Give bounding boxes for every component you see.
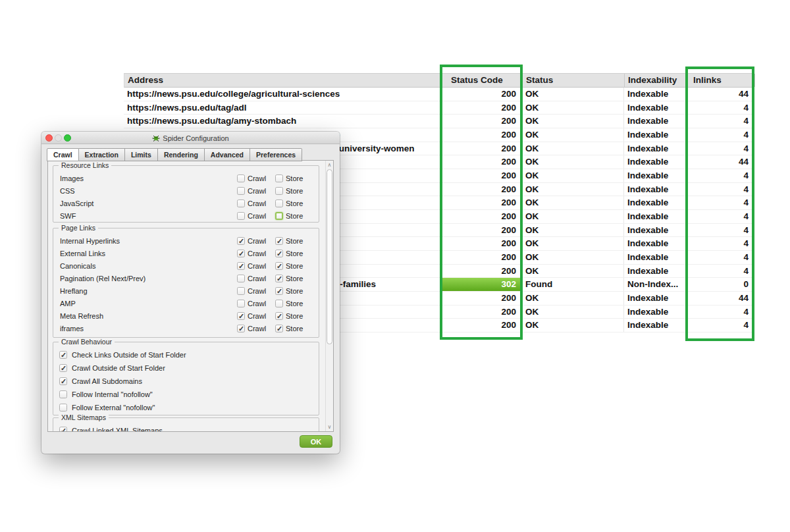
column-header-indexability[interactable]: Indexability xyxy=(625,74,687,87)
column-header-status-code[interactable]: Status Code xyxy=(442,74,523,87)
hreflang-crawl-checkbox[interactable] xyxy=(237,287,245,295)
close-button[interactable] xyxy=(45,134,53,142)
status-code-cell: 200 xyxy=(441,306,522,319)
config-row: JavaScriptCrawlStore xyxy=(60,197,313,209)
inlinks-cell: 4 xyxy=(687,128,754,142)
indexability-cell: Indexable xyxy=(624,292,687,305)
spider-configuration-dialog: Spider Configuration CrawlExtractionLimi… xyxy=(41,132,340,454)
swf-crawl-checkbox[interactable] xyxy=(237,212,245,220)
minimize-button[interactable] xyxy=(55,134,62,142)
tab-limits[interactable]: Limits xyxy=(125,148,158,161)
checkbox-label: Store xyxy=(286,300,303,307)
external-links-store-checkbox[interactable] xyxy=(275,250,283,257)
crawl-all-subdomains-checkbox[interactable] xyxy=(59,377,67,385)
external-links-crawl-checkbox[interactable] xyxy=(237,250,245,257)
checkbox-label: Crawl xyxy=(248,312,266,320)
amp-store-checkbox[interactable] xyxy=(275,300,283,307)
follow-external-nofollow-checkbox[interactable] xyxy=(59,404,67,412)
inlinks-cell: 4 xyxy=(687,237,754,250)
status-code-cell: 200 xyxy=(441,183,522,196)
checkbox-label: Crawl xyxy=(248,212,266,220)
iframes-store-checkbox[interactable] xyxy=(275,325,283,332)
checkbox-label: Crawl xyxy=(248,174,266,182)
section-page-links: Page LinksInternal HyperlinksCrawlStoreE… xyxy=(53,228,319,338)
indexability-cell: Indexable xyxy=(624,88,687,101)
config-row-label: Crawl Linked XML Sitemaps xyxy=(72,427,163,432)
checkbox-label: Store xyxy=(286,200,303,207)
dialog-titlebar[interactable]: Spider Configuration xyxy=(41,132,340,144)
canonicals-crawl-checkbox[interactable] xyxy=(237,262,245,270)
config-row: Follow External "nofollow" xyxy=(59,401,313,414)
indexability-cell: Indexable xyxy=(624,319,687,332)
inlinks-cell: 4 xyxy=(687,115,754,128)
checkbox-label: Store xyxy=(286,237,303,245)
table-row[interactable]: https://news.psu.edu/tag/adl200OKIndexab… xyxy=(124,101,754,115)
crawl-outside-of-start-folder-checkbox[interactable] xyxy=(59,364,67,372)
indexability-cell: Indexable xyxy=(624,101,687,115)
hreflang-store-checkbox[interactable] xyxy=(275,287,283,295)
status-cell: OK xyxy=(522,183,624,196)
check-links-outside-of-start-folder-checkbox[interactable] xyxy=(59,351,67,359)
status-cell: Found xyxy=(522,278,624,291)
css-crawl-checkbox[interactable] xyxy=(237,187,245,195)
tab-extraction[interactable]: Extraction xyxy=(79,148,125,161)
ok-button[interactable]: OK xyxy=(300,435,332,448)
config-row: External LinksCrawlStore xyxy=(60,247,313,259)
indexability-cell: Indexable xyxy=(624,169,687,182)
javascript-crawl-checkbox[interactable] xyxy=(237,200,245,207)
section-crawl-behaviour: Crawl BehaviourCheck Links Outside of St… xyxy=(53,342,319,415)
tab-rendering[interactable]: Rendering xyxy=(158,148,205,161)
section-title: Crawl Behaviour xyxy=(59,338,115,346)
table-header-row: AddressStatus CodeStatusIndexabilityInli… xyxy=(124,73,754,88)
table-row[interactable]: https://news.psu.edu/college/agricultura… xyxy=(124,88,754,101)
meta-refresh-crawl-checkbox[interactable] xyxy=(237,312,245,320)
tab-crawl[interactable]: Crawl xyxy=(47,148,79,161)
inlinks-cell: 4 xyxy=(687,265,754,278)
tab-preferences[interactable]: Preferences xyxy=(250,148,302,161)
indexability-cell: Indexable xyxy=(624,251,687,264)
swf-store-checkbox[interactable] xyxy=(275,212,283,220)
scroll-down-arrow-icon[interactable]: ∨ xyxy=(326,423,333,431)
inlinks-cell: 44 xyxy=(687,292,754,305)
config-row: SWFCrawlStore xyxy=(60,209,313,222)
crawl-linked-xml-sitemaps-checkbox[interactable] xyxy=(59,427,67,432)
table-row[interactable]: https://news.psu.edu/tag/amy-stombach200… xyxy=(124,115,754,128)
scroll-up-arrow-icon[interactable]: ∧ xyxy=(326,161,333,169)
column-header-status[interactable]: Status xyxy=(523,74,625,87)
amp-crawl-checkbox[interactable] xyxy=(237,300,245,307)
zoom-button[interactable] xyxy=(64,134,71,142)
images-store-checkbox[interactable] xyxy=(275,174,283,182)
checkbox-label: Store xyxy=(286,262,303,270)
status-cell: OK xyxy=(522,128,624,142)
pagination-rel-next-prev-crawl-checkbox[interactable] xyxy=(237,275,245,282)
iframes-crawl-checkbox[interactable] xyxy=(237,325,245,332)
section-title: Page Links xyxy=(59,224,98,232)
inlinks-cell: 4 xyxy=(687,101,754,115)
dialog-scrollbar[interactable]: ∧ ∨ xyxy=(325,161,333,431)
scrollbar-thumb[interactable] xyxy=(327,169,332,344)
status-code-cell: 200 xyxy=(441,142,522,155)
status-code-cell: 200 xyxy=(441,265,522,278)
address-cell: https://news.psu.edu/tag/adl xyxy=(124,101,441,115)
column-header-inlinks[interactable]: Inlinks xyxy=(687,74,755,87)
meta-refresh-store-checkbox[interactable] xyxy=(275,312,283,320)
config-row: iframesCrawlStore xyxy=(60,322,313,334)
internal-hyperlinks-crawl-checkbox[interactable] xyxy=(237,237,245,245)
images-crawl-checkbox[interactable] xyxy=(237,174,245,182)
internal-hyperlinks-store-checkbox[interactable] xyxy=(275,237,283,245)
javascript-store-checkbox[interactable] xyxy=(275,200,283,207)
status-cell: OK xyxy=(522,265,624,278)
status-cell: OK xyxy=(522,101,624,115)
config-row: Crawl All Subdomains xyxy=(59,375,313,388)
status-cell: OK xyxy=(522,251,624,264)
config-row-label: Follow External "nofollow" xyxy=(72,404,155,412)
checkbox-label: Store xyxy=(286,312,303,320)
pagination-rel-next-prev-store-checkbox[interactable] xyxy=(275,275,283,282)
follow-internal-nofollow-checkbox[interactable] xyxy=(59,390,67,398)
tab-advanced[interactable]: Advanced xyxy=(205,148,250,161)
dialog-tabbar: CrawlExtractionLimitsRenderingAdvancedPr… xyxy=(47,148,340,161)
css-store-checkbox[interactable] xyxy=(275,187,283,195)
indexability-cell: Indexable xyxy=(624,224,687,237)
canonicals-store-checkbox[interactable] xyxy=(275,262,283,270)
column-header-address[interactable]: Address xyxy=(124,74,442,87)
